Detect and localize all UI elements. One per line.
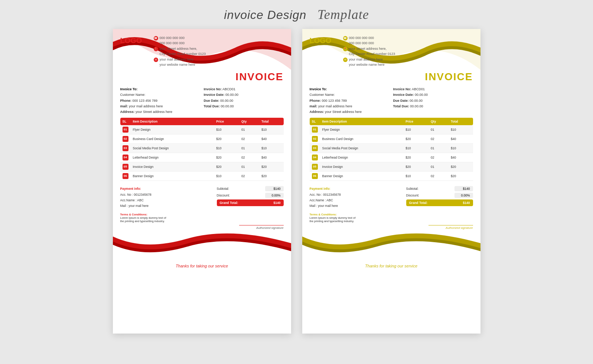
phone-icon-yellow: ☎	[343, 36, 348, 40]
qty-cell: 01	[429, 144, 449, 153]
acc-no-val-red: 0012345678	[134, 193, 151, 196]
sl-badge: 04	[123, 155, 128, 160]
invoice-title-red: INVOICE	[235, 71, 283, 83]
desc-cell: Social Media Post Design	[131, 144, 214, 153]
invoice-red: LOGO ☎ 000 000 000 000 000 000 000 000 📍…	[113, 29, 291, 334]
bill-left-yellow: Invoice To: Customer Name: Phone: 000 12…	[310, 87, 390, 115]
discount-row-yellow: Discount: 0.00%	[406, 193, 473, 198]
terms-text-yellow: Lorem Ipsum is simply dummy text of the …	[310, 216, 473, 223]
invoices-container: LOGO ☎ 000 000 000 000 000 000 000 000 📍…	[113, 29, 480, 334]
sl-badge: 02	[123, 136, 128, 142]
sl-badge: 06	[123, 173, 128, 179]
sl-cell: 03	[120, 144, 131, 153]
sl-badge: 03	[123, 145, 128, 151]
bill-to-label-red: Invoice To:	[120, 87, 200, 92]
sl-badge: 01	[312, 127, 318, 133]
billing-red: Invoice To: Customer Name: Phone: 000 12…	[113, 83, 291, 118]
title-part2: Template	[317, 7, 369, 22]
sl-badge: 01	[123, 127, 128, 133]
acc-no-key-red: Acc. No :	[120, 193, 133, 196]
price-cell: $20	[403, 134, 429, 144]
thanks-red: Thanks for taking our service	[113, 262, 291, 270]
phone-key-red: Phone:	[120, 99, 132, 103]
sl-badge: 02	[312, 136, 318, 142]
sig-text-red: Authorized signature	[256, 226, 283, 230]
sl-cell: 06	[310, 172, 320, 181]
price-cell: $20	[403, 153, 429, 162]
addr-val-yellow: your Street address here	[325, 110, 362, 114]
customer-name-red: Customer Name:	[120, 92, 200, 98]
email-text-red: your mail address here your website name…	[160, 57, 195, 67]
due-date-red: 00.00.00	[220, 99, 233, 103]
subtotal-row-yellow: Subtotal: $140	[406, 186, 473, 191]
terms-text-red: Lorem Ipsum is simply dummy text of the …	[120, 216, 284, 223]
total-cell: $10	[449, 125, 473, 134]
price-cell: $10	[403, 125, 429, 134]
totals-yellow: Subtotal: $140 Discount: 0.00% Grand Tot…	[406, 186, 473, 209]
price-cell: $20	[214, 162, 239, 172]
qty-cell: 02	[429, 134, 449, 144]
total-cell: $10	[449, 144, 473, 153]
table-row: 03Social Media Post Design$1001$10	[120, 144, 284, 153]
invoice-header-red: LOGO ☎ 000 000 000 000 000 000 000 000 📍…	[113, 29, 291, 68]
total-cell: $10	[259, 144, 283, 153]
col-total-yellow: Total	[449, 118, 473, 125]
logo-yellow: LOGO	[310, 36, 343, 45]
desc-cell: Banner Design	[320, 172, 404, 181]
desc-cell: Social Media Post Design	[320, 144, 404, 153]
location-icon-red: 📍	[154, 47, 158, 51]
terms-yellow: Terms & Conditions: Lorem Ipsum is simpl…	[302, 211, 480, 224]
sig-text-yellow: Authorized signature	[446, 226, 473, 230]
qty-cell: 01	[239, 144, 259, 153]
bill-to-label-yellow: Invoice To:	[310, 87, 390, 92]
total-cell: $40	[449, 153, 473, 162]
acc-name-key-red: Acc.Name :	[120, 198, 137, 202]
sl-cell: 03	[310, 144, 320, 153]
phone-val-yellow: 000 123 456 789	[322, 99, 347, 103]
col-total-red: Total	[259, 118, 283, 125]
sl-cell: 02	[120, 134, 131, 144]
addr-val-red: your Street address here	[136, 110, 172, 114]
qty-cell: 02	[239, 134, 259, 144]
price-cell: $20	[214, 153, 239, 162]
price-cell: $10	[403, 144, 429, 153]
col-price-yellow: Price	[403, 118, 429, 125]
contact-yellow: ☎ 000 000 000 000 000 000 000 000 📍 your…	[343, 36, 473, 68]
discount-row-red: Discount: 0.00%	[217, 193, 284, 198]
col-sl-red: SL	[120, 118, 131, 125]
mail-val-red: your mail address here	[129, 104, 163, 108]
email-icon-red: ✉	[154, 58, 158, 62]
grandtotal-bar-yellow: Grand Total: $140	[406, 199, 473, 206]
payment-red: Payment info: Acc. No : 0012345678 Acc.N…	[120, 186, 213, 209]
signature-red: Authorized signature	[113, 224, 291, 231]
location-icon-yellow: 📍	[343, 47, 348, 51]
title-part1: invoice Design	[224, 8, 306, 22]
price-cell: $10	[403, 172, 429, 181]
qty-cell: 02	[239, 172, 259, 181]
billing-yellow: Invoice To: Customer Name: Phone: 000 12…	[302, 83, 480, 118]
total-cell: $40	[259, 153, 283, 162]
total-due-red: 00.00.00	[221, 104, 234, 108]
logo-red: LOGO	[120, 36, 154, 45]
price-cell: $10	[214, 144, 239, 153]
qty-cell: 02	[429, 172, 449, 181]
table-body-yellow: 01Flyer Design$1001$1002Business Card De…	[310, 125, 473, 181]
payment-yellow: Payment info: Acc. No : 0012345678 Acc.N…	[310, 186, 403, 209]
desc-cell: Business Card Design	[320, 134, 404, 144]
phone-val-red: 000 123 456 789	[133, 99, 158, 103]
bill-right-yellow: Invoice No: ABCD01 Invoice Date: 00.00.0…	[393, 87, 473, 115]
mail-val-yellow: your mail address here	[318, 104, 352, 108]
desc-cell: Letterhead Design	[131, 153, 214, 162]
sl-cell: 05	[120, 162, 131, 172]
sl-badge: 06	[312, 173, 318, 179]
sl-cell: 06	[120, 172, 131, 181]
table-row: 05Invoice Design$2001$20	[310, 162, 473, 172]
price-cell: $20	[214, 134, 239, 144]
table-row: 05Invoice Design$2001$20	[120, 162, 284, 172]
desc-cell: Invoice Design	[131, 162, 214, 172]
sl-cell: 02	[310, 134, 320, 144]
sl-cell: 01	[120, 125, 131, 134]
table-row: 04Letterhead Design$2002$40	[310, 153, 473, 162]
qty-cell: 01	[429, 125, 449, 134]
table-row: 01Flyer Design$1001$10	[310, 125, 473, 134]
